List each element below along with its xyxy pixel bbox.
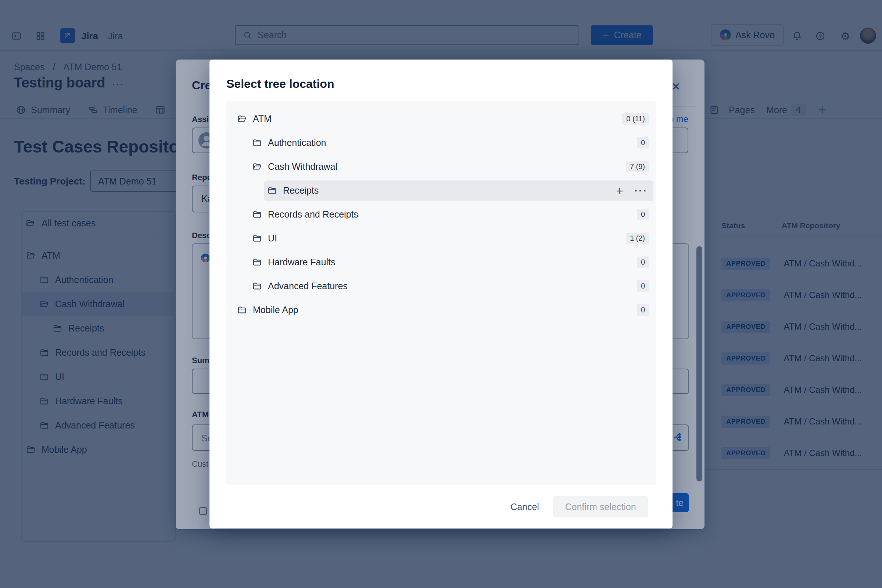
cancel-label: Cancel — [510, 502, 539, 512]
folder-closed-icon — [252, 281, 262, 291]
location-tree-item-label: Records and Receipts — [268, 209, 358, 220]
location-tree-item[interactable]: Records and Receipts0 — [229, 202, 653, 226]
location-tree: ATM0 (11)Authentication0Cash Withdrawal7… — [226, 101, 656, 322]
add-subfolder-icon[interactable]: + — [616, 184, 623, 197]
test-count-badge: 1 (2) — [626, 232, 649, 244]
folder-closed-icon — [237, 305, 247, 315]
folder-open-icon — [252, 162, 262, 172]
location-tree-item-label: Mobile App — [253, 304, 298, 315]
cancel-button[interactable]: Cancel — [492, 496, 557, 518]
location-tree-item-label: ATM — [253, 114, 272, 124]
location-tree-item-label: UI — [268, 233, 277, 244]
location-tree-item-label: Cash Withdrawal — [268, 161, 338, 172]
test-count-badge: 0 — [637, 280, 649, 292]
select-tree-location-modal: Select tree location ATM0 (11)Authentica… — [210, 60, 672, 528]
folder-open-icon — [237, 114, 247, 124]
test-count-badge: 7 (9) — [626, 161, 649, 172]
location-tree-item[interactable]: UI1 (2) — [229, 226, 653, 250]
confirm-label: Confirm selection — [565, 502, 636, 512]
location-tree-item[interactable]: Hardware Faults0 — [229, 250, 653, 274]
test-count-badge: 0 — [637, 256, 649, 268]
folder-closed-icon — [252, 233, 262, 243]
select-modal-title: Select tree location — [226, 77, 334, 91]
folder-closed-icon — [267, 186, 277, 195]
location-tree-item-label: Hardware Faults — [268, 257, 335, 267]
tree-panel: ATM0 (11)Authentication0Cash Withdrawal7… — [226, 101, 656, 485]
row-more-menu-icon[interactable]: ··· — [634, 185, 648, 196]
jira-screen: Jira Jira Search Create Ask Rovo ? ⚙ Spa… — [0, 0, 882, 588]
location-tree-item-label: Advanced Features — [268, 281, 348, 291]
location-tree-item[interactable]: Advanced Features0 — [229, 274, 653, 298]
folder-closed-icon — [252, 138, 262, 148]
location-tree-item[interactable]: Receipts+··· — [229, 178, 653, 202]
location-tree-item[interactable]: Authentication0 — [229, 131, 653, 155]
folder-closed-icon — [252, 210, 262, 219]
location-tree-item[interactable]: Cash Withdrawal7 (9) — [229, 155, 653, 178]
folder-closed-icon — [252, 257, 262, 267]
location-tree-item-label: Receipts — [283, 185, 319, 196]
test-count-badge: 0 (11) — [622, 113, 649, 124]
confirm-selection-button[interactable]: Confirm selection — [553, 496, 648, 518]
test-count-badge: 0 — [637, 137, 649, 148]
test-count-badge: 0 — [637, 304, 649, 316]
test-count-badge: 0 — [637, 209, 649, 220]
location-tree-item[interactable]: ATM0 (11) — [229, 107, 653, 131]
location-tree-item[interactable]: Mobile App0 — [229, 298, 653, 322]
location-tree-item-label: Authentication — [268, 138, 326, 148]
